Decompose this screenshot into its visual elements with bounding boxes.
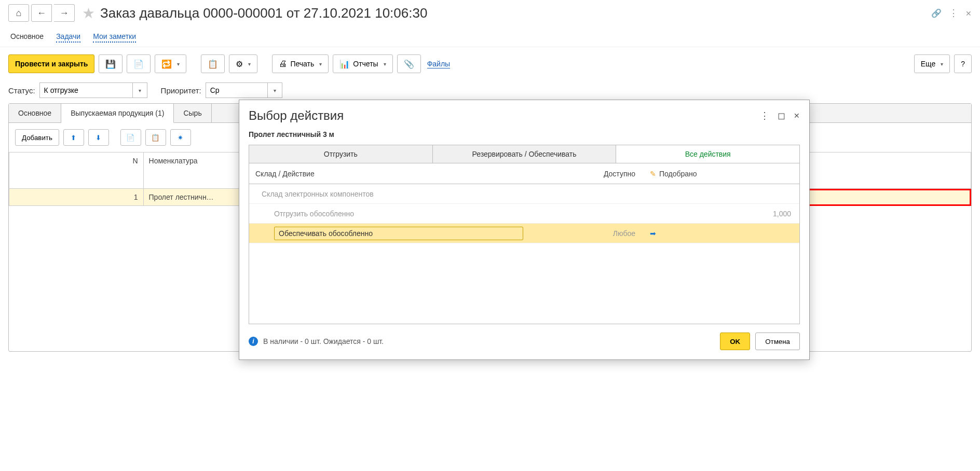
supply-icon: ✷ (178, 134, 183, 142)
top-tab-notes[interactable]: Мои заметки (93, 32, 136, 43)
link-icon[interactable] (931, 8, 942, 19)
modal-maximize-icon[interactable]: ◻ (778, 110, 785, 121)
post-button[interactable]: 📄 (127, 54, 151, 73)
col-available[interactable]: Доступно (529, 170, 644, 178)
row-provide-available: Любое (613, 229, 635, 238)
col-selected[interactable]: ✎Подобрано (644, 170, 799, 178)
status-select[interactable] (39, 82, 133, 98)
tab-products[interactable]: Выпускаемая продукция (1) (61, 104, 174, 123)
home-icon (16, 8, 22, 19)
arrow-up-icon: ⬆ (71, 134, 76, 142)
action-selection-modal: Выбор действия ◻ Пролет лестничный 3 м О… (239, 100, 810, 360)
list-button[interactable]: 📋 (201, 54, 225, 73)
movement-icon: ⚙ (236, 59, 243, 69)
ok-button[interactable]: OK (720, 333, 750, 350)
group-label: Склад электронных компонентов (255, 190, 529, 198)
tab-main[interactable]: Основное (9, 104, 61, 122)
arrow-right-blue-icon[interactable]: ➡ (650, 229, 656, 238)
modal-row-ship[interactable]: Отгрузить обособленно 1,000 (249, 204, 799, 224)
print-icon: 🖨 (279, 59, 287, 68)
modal-row-provide[interactable]: Обеспечивать обособленно Любое ➡ (249, 224, 799, 243)
files-link[interactable]: Файлы (427, 60, 450, 68)
doc-flow-icon: 🔁 (161, 59, 172, 69)
cancel-button[interactable]: Отмена (755, 333, 800, 350)
back-button[interactable] (31, 4, 52, 22)
move-up-button[interactable]: ⬆ (63, 129, 84, 146)
doc-flow-button[interactable]: 🔁 (155, 54, 186, 73)
save-icon: 💾 (105, 59, 116, 69)
attach-button[interactable]: 📎 (397, 54, 421, 73)
add-row-button[interactable]: Добавить (15, 129, 59, 146)
col-header-n[interactable]: N (9, 153, 144, 189)
cell-n[interactable]: 1 (9, 189, 144, 206)
post-icon: 📄 (133, 59, 144, 69)
modal-close-icon[interactable] (794, 110, 800, 121)
close-icon[interactable] (965, 8, 972, 19)
more-button[interactable]: Еще (914, 54, 950, 73)
reports-icon: 📊 (339, 59, 350, 69)
arrow-down-icon: ⬇ (96, 134, 101, 142)
home-button[interactable] (8, 4, 29, 22)
modal-subtitle: Пролет лестничный 3 м (239, 125, 809, 145)
priority-label: Приоритет: (161, 86, 201, 95)
copy-icon: 📄 (126, 134, 135, 142)
forward-button[interactable] (54, 4, 75, 22)
seg-tab-all[interactable]: Все действия (616, 145, 799, 163)
row-ship-label: Отгрузить обособленно (249, 210, 529, 218)
page-title: Заказ давальца 0000-000001 от 27.10.2021… (100, 5, 427, 21)
favorite-star-icon[interactable]: ★ (82, 5, 95, 22)
more-icon[interactable] (949, 7, 958, 19)
row-ship-value: 1,000 (773, 210, 791, 218)
modal-more-icon[interactable] (760, 110, 769, 121)
attach-icon: 📎 (404, 59, 414, 69)
status-label: Статус: (8, 86, 35, 95)
print-button[interactable]: 🖨Печать (272, 54, 329, 73)
footer-info-text: В наличии - 0 шт. Ожидается - 0 шт. (263, 337, 384, 345)
nav-group (31, 4, 77, 22)
copy-button[interactable]: 📄 (120, 129, 141, 146)
paste-icon: 📋 (151, 134, 160, 142)
top-tab-main[interactable]: Основное (10, 32, 44, 43)
help-button[interactable]: ? (954, 54, 972, 73)
modal-title: Выбор действия (249, 108, 344, 123)
seg-tab-reserve[interactable]: Резервировать / Обеспечивать (433, 145, 617, 163)
arrow-left-icon (37, 8, 46, 19)
modal-footer-info: i В наличии - 0 шт. Ожидается - 0 шт. (249, 337, 384, 346)
save-button[interactable]: 💾 (99, 54, 122, 73)
col-warehouse-action[interactable]: Склад / Действие (249, 170, 529, 178)
paste-button[interactable]: 📋 (145, 129, 166, 146)
arrow-right-icon (60, 8, 69, 19)
pencil-icon: ✎ (650, 170, 656, 178)
modal-row-group[interactable]: Склад электронных компонентов (249, 184, 799, 204)
row-provide-label[interactable]: Обеспечивать обособленно (274, 227, 523, 240)
priority-dropdown-icon[interactable]: ▾ (268, 82, 282, 98)
seg-tab-ship[interactable]: Отгрузить (249, 145, 433, 163)
top-tab-tasks[interactable]: Задачи (56, 32, 80, 43)
status-dropdown-icon[interactable]: ▾ (133, 82, 147, 98)
post-and-close-button[interactable]: Провести и закрыть (8, 54, 94, 73)
priority-select[interactable] (206, 82, 268, 98)
tab-raw[interactable]: Сырь (174, 104, 211, 122)
reports-button[interactable]: 📊Отчеты (333, 54, 392, 73)
modal-table-header: Склад / Действие Доступно ✎Подобрано (249, 163, 799, 184)
list-icon: 📋 (208, 59, 218, 69)
supply-button[interactable]: ✷ (170, 129, 191, 146)
info-icon: i (249, 337, 258, 346)
movement-button[interactable]: ⚙ (229, 54, 257, 73)
move-down-button[interactable]: ⬇ (88, 129, 109, 146)
